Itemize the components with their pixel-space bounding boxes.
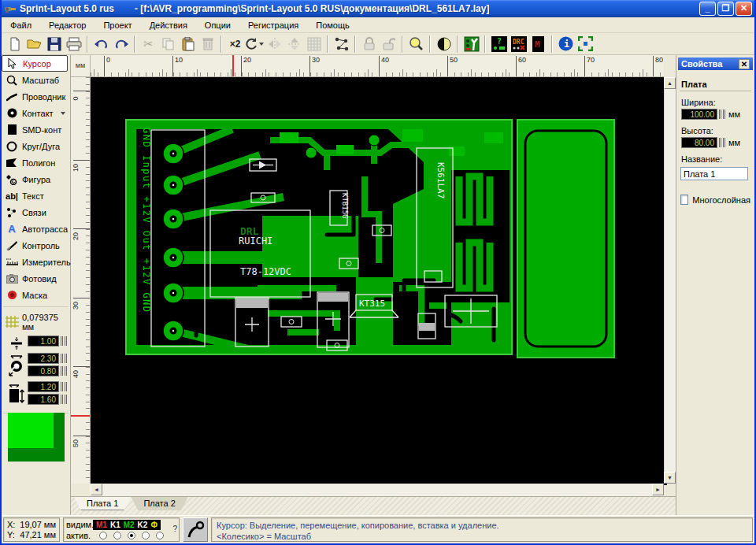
layer-f[interactable]: Ф bbox=[150, 521, 158, 529]
minimize-button[interactable]: _ bbox=[699, 2, 716, 16]
snap-button[interactable] bbox=[576, 35, 595, 54]
menu-editor[interactable]: Редактор bbox=[40, 18, 94, 32]
track-mode-button[interactable] bbox=[183, 517, 208, 542]
tool-polygon[interactable]: Полигон bbox=[2, 154, 70, 171]
smd-pad-icon bbox=[6, 124, 18, 135]
layer-k2[interactable]: K2 bbox=[138, 521, 148, 529]
layer-indicator[interactable]: M1 K1 M2 K2 Ф bbox=[93, 520, 161, 530]
radio-layer-m1[interactable] bbox=[99, 532, 107, 539]
rotate-dropdown-arrow[interactable] bbox=[259, 43, 264, 46]
menu-actions[interactable]: Действия bbox=[141, 18, 196, 32]
scroll-right-arrow[interactable]: ► bbox=[652, 484, 664, 495]
pad-diameter-spinner[interactable] bbox=[61, 354, 67, 363]
tool-test[interactable]: Контроль bbox=[2, 237, 70, 254]
lock-button[interactable] bbox=[359, 35, 379, 54]
mirror-vertical-button[interactable] bbox=[284, 35, 304, 54]
radio-layer-m2[interactable] bbox=[128, 532, 135, 539]
restore-button[interactable]: ❐ bbox=[717, 2, 734, 16]
layers-help-mark[interactable]: ? bbox=[172, 525, 177, 533]
tool-cursor[interactable]: Курсор bbox=[2, 55, 68, 72]
v-ruler-label: 10 bbox=[72, 158, 80, 177]
track-width-field[interactable]: 1.00 bbox=[28, 336, 59, 347]
drc-button[interactable]: DRC bbox=[509, 35, 528, 54]
tool-circle-arc[interactable]: Круг/Дуга bbox=[2, 138, 70, 154]
menu-options[interactable]: Опции bbox=[196, 18, 239, 32]
delete-button[interactable] bbox=[198, 35, 217, 54]
mirror-horizontal-button[interactable] bbox=[265, 35, 284, 54]
smd-height-spinner[interactable] bbox=[61, 395, 67, 404]
multilayer-checkbox[interactable] bbox=[680, 195, 688, 205]
horizontal-scrollbar[interactable]: ◄ ► bbox=[91, 484, 664, 496]
h-ruler-label: 60 bbox=[516, 56, 526, 76]
tool-text[interactable]: ab| Текст bbox=[2, 187, 70, 204]
pad-dropdown-arrow[interactable] bbox=[61, 112, 65, 115]
layer-m1[interactable]: M1 bbox=[96, 521, 107, 529]
grid-setting[interactable]: 0,079375 мм bbox=[2, 310, 70, 334]
smd-width-field[interactable]: 1.20 bbox=[28, 381, 59, 392]
track-width-spinner[interactable] bbox=[61, 336, 67, 346]
autoroute-button[interactable] bbox=[461, 35, 481, 54]
board-width-spinner[interactable] bbox=[719, 109, 725, 119]
rotate-button[interactable] bbox=[245, 35, 265, 54]
radio-layer-k2[interactable] bbox=[142, 532, 150, 539]
smd-width-spinner[interactable] bbox=[61, 382, 67, 391]
tool-mask[interactable]: Маска bbox=[2, 287, 70, 303]
board-height-spinner[interactable] bbox=[719, 138, 725, 147]
pad-diameter-field[interactable]: 2.30 bbox=[28, 353, 59, 364]
tool-pad[interactable]: Контакт bbox=[2, 105, 70, 121]
tool-autoroute[interactable]: A Автотрасса bbox=[2, 221, 70, 237]
layer-m2[interactable]: M2 bbox=[124, 521, 135, 529]
tool-zoom[interactable]: Масштаб bbox=[2, 72, 70, 88]
scroll-left-arrow[interactable]: ◄ bbox=[91, 484, 102, 495]
photo-view-button[interactable] bbox=[434, 35, 454, 54]
hint-line-2: <Колесико> = Масштаб bbox=[217, 532, 311, 541]
track-width-icon bbox=[6, 336, 28, 350]
board-height-field[interactable]: 80.00 bbox=[681, 137, 717, 148]
unlock-button[interactable] bbox=[379, 35, 398, 54]
scroll-down-arrow[interactable]: ▼ bbox=[664, 472, 676, 484]
mask-editor-button[interactable]: M bbox=[528, 35, 548, 54]
open-file-button[interactable] bbox=[24, 35, 44, 54]
vertical-scrollbar[interactable]: ▲ ▼ bbox=[664, 77, 676, 484]
tool-measure[interactable]: Измеритель bbox=[2, 254, 70, 270]
redo-button[interactable] bbox=[111, 35, 131, 54]
zoom-button[interactable] bbox=[406, 35, 426, 54]
pad-hole-spinner[interactable] bbox=[61, 366, 67, 376]
footprint-library-button[interactable] bbox=[304, 35, 324, 54]
layer-k1[interactable]: K1 bbox=[110, 521, 120, 529]
radio-layer-k1[interactable] bbox=[113, 532, 121, 539]
pad-hole-field[interactable]: 0.80 bbox=[28, 365, 59, 376]
undo-button[interactable] bbox=[91, 35, 111, 54]
board-width-field[interactable]: 100.00 bbox=[681, 109, 717, 120]
layer-color-swatch[interactable] bbox=[8, 413, 65, 462]
new-file-button[interactable] bbox=[5, 35, 24, 54]
scroll-up-arrow[interactable]: ▲ bbox=[664, 77, 676, 89]
cut-button[interactable]: ✂ bbox=[139, 35, 158, 54]
test-button[interactable]: ? bbox=[489, 35, 509, 54]
info-button[interactable]: i bbox=[556, 35, 576, 54]
smd-height-field[interactable]: 1.60 bbox=[28, 394, 59, 405]
menu-registration[interactable]: Регистрация bbox=[239, 18, 307, 32]
menu-file[interactable]: Файл bbox=[2, 18, 40, 32]
tool-smd-pad[interactable]: SMD-конт bbox=[2, 121, 70, 138]
connections-button[interactable] bbox=[332, 35, 351, 54]
tool-shape[interactable]: Фигура bbox=[2, 171, 70, 187]
tool-photoview[interactable]: Фотовид bbox=[2, 270, 70, 287]
copy-button[interactable] bbox=[158, 35, 178, 54]
board-tabs: Плата 1 Плата 2 bbox=[71, 496, 676, 515]
menu-help[interactable]: Помощь bbox=[307, 18, 358, 32]
duplicate-x2-button[interactable]: ×2 bbox=[225, 35, 245, 54]
paste-button[interactable] bbox=[178, 35, 198, 54]
tool-connections[interactable]: Связи bbox=[2, 204, 70, 221]
board-name-input[interactable] bbox=[680, 167, 748, 180]
print-button[interactable] bbox=[64, 35, 83, 54]
pcb-canvas[interactable]: GND Input +12V Out +12V GND DRL RUICHI T… bbox=[91, 77, 664, 484]
save-button[interactable] bbox=[44, 35, 64, 54]
tab-board-1[interactable]: Плата 1 bbox=[74, 497, 131, 510]
tab-board-2[interactable]: Плата 2 bbox=[131, 497, 187, 510]
tool-track[interactable]: Проводник bbox=[2, 88, 70, 105]
menu-project[interactable]: Проект bbox=[94, 18, 140, 32]
radio-layer-f[interactable] bbox=[156, 532, 164, 539]
properties-close-icon[interactable]: ✕ bbox=[739, 59, 750, 69]
close-button[interactable]: ✕ bbox=[736, 2, 752, 16]
